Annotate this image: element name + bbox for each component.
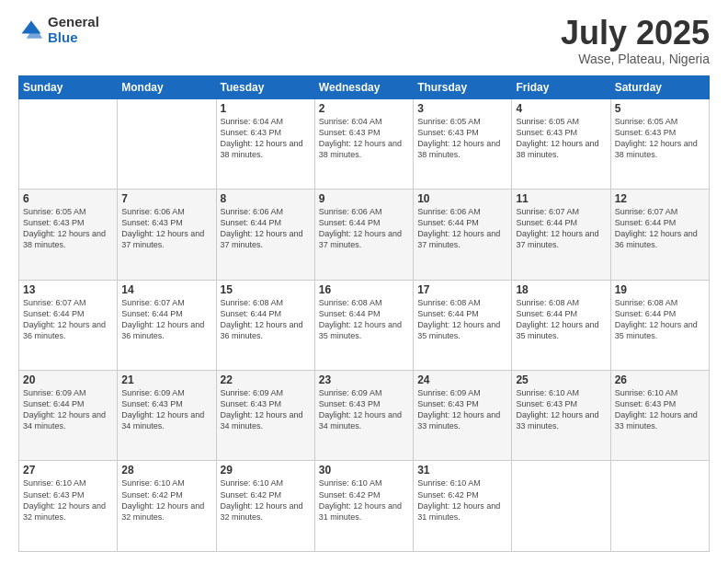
- day-info: Sunrise: 6:08 AMSunset: 6:44 PMDaylight:…: [615, 297, 705, 342]
- day-number: 13: [23, 283, 113, 296]
- day-number: 14: [121, 283, 211, 296]
- day-number: 24: [417, 373, 507, 386]
- day-number: 11: [516, 192, 606, 205]
- calendar-cell: 30Sunrise: 6:10 AMSunset: 6:42 PMDayligh…: [314, 461, 413, 552]
- calendar-cell: 20Sunrise: 6:09 AMSunset: 6:44 PMDayligh…: [19, 371, 118, 461]
- day-number: 4: [516, 102, 606, 115]
- day-number: 6: [23, 192, 113, 205]
- day-info: Sunrise: 6:05 AMSunset: 6:43 PMDaylight:…: [615, 116, 705, 161]
- day-info: Sunrise: 6:04 AMSunset: 6:43 PMDaylight:…: [319, 116, 409, 161]
- calendar-cell: 17Sunrise: 6:08 AMSunset: 6:44 PMDayligh…: [414, 280, 512, 370]
- day-info: Sunrise: 6:08 AMSunset: 6:44 PMDaylight:…: [319, 297, 409, 342]
- calendar-cell: 6Sunrise: 6:05 AMSunset: 6:43 PMDaylight…: [19, 190, 118, 280]
- day-info: Sunrise: 6:08 AMSunset: 6:44 PMDaylight:…: [221, 297, 311, 342]
- logo: General Blue: [18, 15, 99, 45]
- calendar-table: SundayMondayTuesdayWednesdayThursdayFrid…: [18, 75, 710, 552]
- day-info: Sunrise: 6:10 AMSunset: 6:42 PMDaylight:…: [319, 477, 409, 523]
- day-info: Sunrise: 6:05 AMSunset: 6:43 PMDaylight:…: [417, 116, 507, 161]
- calendar-cell: 11Sunrise: 6:07 AMSunset: 6:44 PMDayligh…: [512, 190, 610, 280]
- calendar-cell: [19, 98, 118, 189]
- day-number: 8: [221, 192, 311, 205]
- day-info: Sunrise: 6:06 AMSunset: 6:43 PMDaylight:…: [121, 206, 211, 251]
- calendar-cell: 31Sunrise: 6:10 AMSunset: 6:42 PMDayligh…: [414, 461, 512, 552]
- day-info: Sunrise: 6:07 AMSunset: 6:44 PMDaylight:…: [615, 206, 705, 251]
- calendar-cell: 9Sunrise: 6:06 AMSunset: 6:44 PMDaylight…: [314, 190, 413, 280]
- month-title: July 2025: [561, 15, 710, 52]
- logo-general: General: [48, 15, 99, 30]
- calendar-cell: [118, 98, 216, 189]
- col-header-thursday: Thursday: [414, 75, 512, 98]
- day-number: 12: [615, 192, 705, 205]
- calendar-cell: 25Sunrise: 6:10 AMSunset: 6:43 PMDayligh…: [512, 371, 610, 461]
- day-number: 30: [319, 464, 409, 477]
- day-info: Sunrise: 6:04 AMSunset: 6:43 PMDaylight:…: [221, 116, 311, 161]
- header-row: SundayMondayTuesdayWednesdayThursdayFrid…: [19, 75, 710, 98]
- day-number: 27: [23, 464, 113, 477]
- day-number: 9: [319, 192, 409, 205]
- calendar-cell: 19Sunrise: 6:08 AMSunset: 6:44 PMDayligh…: [610, 280, 709, 370]
- day-number: 25: [516, 373, 606, 386]
- logo-icon: [18, 17, 44, 43]
- col-header-sunday: Sunday: [19, 75, 118, 98]
- col-header-saturday: Saturday: [610, 75, 709, 98]
- day-number: 31: [417, 464, 507, 477]
- calendar-cell: 21Sunrise: 6:09 AMSunset: 6:43 PMDayligh…: [118, 371, 216, 461]
- day-number: 18: [516, 283, 606, 296]
- day-number: 7: [121, 192, 211, 205]
- day-number: 2: [319, 102, 409, 115]
- calendar-cell: [512, 461, 610, 552]
- calendar-cell: 24Sunrise: 6:09 AMSunset: 6:43 PMDayligh…: [414, 371, 512, 461]
- col-header-wednesday: Wednesday: [314, 75, 413, 98]
- calendar-cell: 29Sunrise: 6:10 AMSunset: 6:42 PMDayligh…: [216, 461, 314, 552]
- logo-text: General Blue: [48, 15, 99, 45]
- calendar-cell: 7Sunrise: 6:06 AMSunset: 6:43 PMDaylight…: [118, 190, 216, 280]
- calendar-cell: 1Sunrise: 6:04 AMSunset: 6:43 PMDaylight…: [216, 98, 314, 189]
- calendar-cell: 4Sunrise: 6:05 AMSunset: 6:43 PMDaylight…: [512, 98, 610, 189]
- title-block: July 2025 Wase, Plateau, Nigeria: [561, 15, 710, 66]
- day-info: Sunrise: 6:09 AMSunset: 6:43 PMDaylight:…: [417, 387, 507, 432]
- day-info: Sunrise: 6:10 AMSunset: 6:43 PMDaylight:…: [23, 477, 113, 523]
- calendar-cell: 26Sunrise: 6:10 AMSunset: 6:43 PMDayligh…: [610, 371, 709, 461]
- day-info: Sunrise: 6:09 AMSunset: 6:43 PMDaylight:…: [121, 387, 211, 432]
- calendar-week-3: 13Sunrise: 6:07 AMSunset: 6:44 PMDayligh…: [19, 280, 710, 370]
- day-info: Sunrise: 6:05 AMSunset: 6:43 PMDaylight:…: [516, 116, 606, 161]
- day-info: Sunrise: 6:09 AMSunset: 6:43 PMDaylight:…: [221, 387, 311, 432]
- day-info: Sunrise: 6:06 AMSunset: 6:44 PMDaylight:…: [319, 206, 409, 251]
- day-number: 20: [23, 373, 113, 386]
- calendar-week-4: 20Sunrise: 6:09 AMSunset: 6:44 PMDayligh…: [19, 371, 710, 461]
- calendar-week-2: 6Sunrise: 6:05 AMSunset: 6:43 PMDaylight…: [19, 190, 710, 280]
- day-info: Sunrise: 6:07 AMSunset: 6:44 PMDaylight:…: [23, 297, 113, 342]
- col-header-monday: Monday: [118, 75, 216, 98]
- calendar-cell: 13Sunrise: 6:07 AMSunset: 6:44 PMDayligh…: [19, 280, 118, 370]
- calendar-cell: 10Sunrise: 6:06 AMSunset: 6:44 PMDayligh…: [414, 190, 512, 280]
- calendar-cell: 14Sunrise: 6:07 AMSunset: 6:44 PMDayligh…: [118, 280, 216, 370]
- day-info: Sunrise: 6:10 AMSunset: 6:42 PMDaylight:…: [417, 477, 507, 523]
- day-number: 21: [121, 373, 211, 386]
- subtitle: Wase, Plateau, Nigeria: [561, 52, 710, 66]
- day-info: Sunrise: 6:10 AMSunset: 6:43 PMDaylight:…: [516, 387, 606, 432]
- calendar-cell: 22Sunrise: 6:09 AMSunset: 6:43 PMDayligh…: [216, 371, 314, 461]
- calendar-cell: 15Sunrise: 6:08 AMSunset: 6:44 PMDayligh…: [216, 280, 314, 370]
- day-number: 3: [417, 102, 507, 115]
- calendar-cell: 3Sunrise: 6:05 AMSunset: 6:43 PMDaylight…: [414, 98, 512, 189]
- day-number: 23: [319, 373, 409, 386]
- day-info: Sunrise: 6:09 AMSunset: 6:44 PMDaylight:…: [23, 387, 113, 432]
- calendar-week-5: 27Sunrise: 6:10 AMSunset: 6:43 PMDayligh…: [19, 461, 710, 552]
- day-number: 10: [417, 192, 507, 205]
- calendar-cell: 12Sunrise: 6:07 AMSunset: 6:44 PMDayligh…: [610, 190, 709, 280]
- calendar-cell: 5Sunrise: 6:05 AMSunset: 6:43 PMDaylight…: [610, 98, 709, 189]
- day-info: Sunrise: 6:05 AMSunset: 6:43 PMDaylight:…: [23, 206, 113, 251]
- day-number: 16: [319, 283, 409, 296]
- day-info: Sunrise: 6:06 AMSunset: 6:44 PMDaylight:…: [221, 206, 311, 251]
- day-info: Sunrise: 6:08 AMSunset: 6:44 PMDaylight:…: [417, 297, 507, 342]
- day-number: 19: [615, 283, 705, 296]
- page: General Blue July 2025 Wase, Plateau, Ni…: [0, 0, 728, 563]
- logo-blue: Blue: [48, 30, 99, 46]
- day-number: 1: [221, 102, 311, 115]
- day-number: 29: [221, 464, 311, 477]
- day-info: Sunrise: 6:07 AMSunset: 6:44 PMDaylight:…: [516, 206, 606, 251]
- day-info: Sunrise: 6:10 AMSunset: 6:42 PMDaylight:…: [221, 477, 311, 523]
- calendar-cell: [610, 461, 709, 552]
- calendar-cell: 28Sunrise: 6:10 AMSunset: 6:42 PMDayligh…: [118, 461, 216, 552]
- day-number: 17: [417, 283, 507, 296]
